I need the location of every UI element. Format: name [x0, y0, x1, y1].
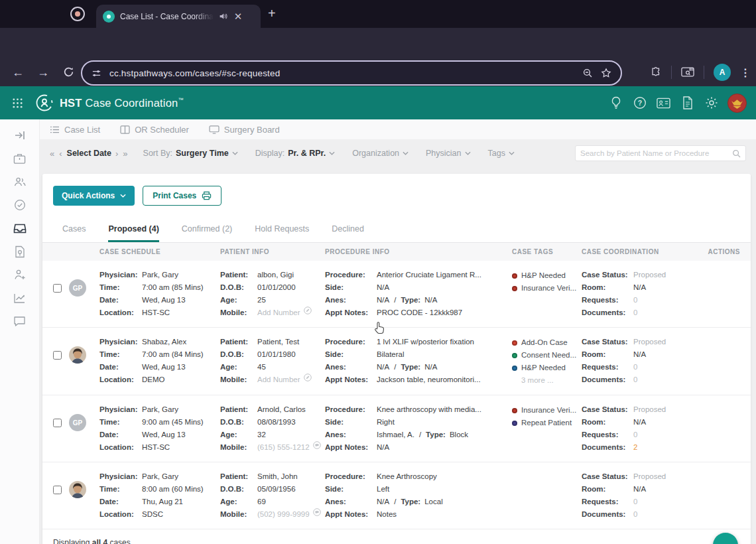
patient-info-cell: Patient:Smith, John D.O.B:05/09/1956 Age…	[220, 470, 325, 521]
table-row[interactable]: GP Physician:Park, Gary Time:9:00 am (45…	[42, 395, 751, 462]
sms-icon[interactable]	[313, 508, 321, 521]
avatar: GP	[69, 279, 86, 297]
case-list-card: Quick Actions Print Cases CasesProposed …	[42, 174, 751, 544]
settings-gear-icon[interactable]	[704, 96, 719, 111]
tag-dot-icon	[512, 421, 517, 426]
row-checkbox[interactable]	[53, 284, 62, 293]
zoom-out-icon[interactable]	[582, 68, 593, 78]
chat-bubble-icon[interactable]	[13, 314, 27, 328]
patient-info-cell: Patient:albon, Gigi D.O.B:01/01/2000 Age…	[220, 269, 325, 319]
tags-more-link[interactable]: 3 more ...	[512, 374, 582, 387]
search-input[interactable]	[580, 149, 732, 157]
case-tag: H&P Needed	[512, 269, 582, 282]
select-date-button[interactable]: Select Date	[67, 149, 111, 158]
row-checkbox[interactable]	[53, 351, 62, 360]
edit-pencil-icon[interactable]	[304, 374, 312, 386]
physician-dropdown[interactable]: Physician	[426, 149, 471, 158]
sidebar-search-icon[interactable]	[681, 66, 694, 78]
help-icon[interactable]: ?	[632, 96, 647, 111]
mobile-value[interactable]: (615) 555-1212	[257, 441, 310, 454]
browser-tab-strip: Case List - Case Coordina ✕ +	[0, 0, 756, 28]
forward-icon[interactable]: →	[34, 64, 52, 81]
tab-close-icon[interactable]: ✕	[234, 11, 243, 23]
tag-dot-icon	[512, 340, 517, 346]
edit-pencil-icon[interactable]	[304, 306, 312, 319]
trend-chart-icon[interactable]	[13, 291, 27, 305]
back-icon[interactable]: ←	[9, 64, 27, 81]
browser-tab[interactable]: Case List - Case Coordina ✕	[96, 5, 261, 28]
mobile-value[interactable]: (502) 999-9999	[257, 508, 310, 521]
apps-grid-icon[interactable]	[12, 98, 23, 109]
nav-case-list[interactable]: Case List	[50, 125, 100, 135]
search-box[interactable]	[575, 145, 746, 161]
user-avatar[interactable]	[727, 94, 747, 113]
procedure-info-cell: Procedure:Knee Arthroscopy Side:Left Ane…	[325, 470, 512, 521]
first-page-icon[interactable]: «	[50, 149, 55, 159]
display-dropdown[interactable]: Display:Pr. & RPr.	[255, 149, 335, 158]
users-icon[interactable]	[13, 175, 27, 188]
nav-surgery-board[interactable]: Surgery Board	[209, 125, 280, 135]
tab-cases[interactable]: Cases	[62, 224, 86, 242]
menu-kebab-icon[interactable]: ⋮	[740, 66, 751, 79]
record-icon[interactable]	[70, 7, 85, 21]
mobile-value[interactable]: Add Number	[257, 306, 300, 319]
patient-info-cell: Patient:Arnold, Carlos D.O.B:08/08/1993 …	[220, 403, 325, 454]
quick-actions-button[interactable]: Quick Actions	[53, 186, 135, 206]
avatar-photo	[69, 346, 86, 364]
svg-text:?: ?	[637, 99, 641, 107]
case-coordination-cell: Case Status:Proposed Room:N/A Requests:0…	[582, 470, 708, 521]
tab-proposed-4[interactable]: Proposed (4)	[108, 224, 158, 242]
case-tags-cell: Add-On CaseConsent Need...H&P Needed3 mo…	[512, 336, 582, 387]
tab-declined[interactable]: Declined	[332, 224, 364, 242]
row-checkbox[interactable]	[53, 486, 62, 494]
inbox-tray-icon[interactable]	[13, 222, 27, 235]
extensions-icon[interactable]	[650, 66, 662, 78]
case-tag: H&P Needed	[512, 362, 582, 374]
collapse-panel-icon[interactable]	[13, 129, 27, 142]
nav-or-scheduler[interactable]: OR Scheduler	[120, 125, 189, 135]
tag-dot-icon	[512, 408, 517, 413]
person-add-icon[interactable]	[13, 268, 27, 281]
left-sidebar	[0, 119, 40, 544]
row-checkbox[interactable]	[53, 419, 62, 427]
chevron-down-icon	[120, 194, 126, 198]
sort-by-dropdown[interactable]: Sort By:Surgery Time	[143, 149, 238, 158]
document-icon[interactable]	[680, 96, 695, 111]
table-row[interactable]: GP Physician:Park, Gary Time:7:00 am (85…	[42, 261, 751, 328]
last-page-icon[interactable]: »	[123, 149, 128, 159]
tags-dropdown[interactable]: Tags	[488, 149, 515, 158]
file-badge-icon[interactable]	[13, 245, 27, 258]
contact-card-icon[interactable]	[656, 96, 671, 111]
table-row[interactable]: Physician:Park, Gary Time:8:00 am (60 Mi…	[42, 462, 751, 529]
table-row[interactable]: Physician:Shabaz, Alex Time:7:00 am (84 …	[42, 328, 751, 395]
check-circle-icon[interactable]	[13, 198, 27, 212]
tab-title: Case List - Case Coordina	[120, 12, 214, 21]
tag-dot-icon	[512, 273, 517, 279]
case-tags-cell: H&P NeededInsurance Veri...	[512, 269, 582, 295]
bookmark-star-icon[interactable]	[601, 68, 611, 78]
case-tag: Insurance Veri...	[512, 282, 582, 295]
browser-profile-avatar[interactable]: A	[714, 64, 731, 81]
lightbulb-icon[interactable]	[608, 96, 623, 111]
case-tag: Insurance Veri...	[512, 404, 582, 417]
prev-page-icon[interactable]: ‹	[59, 149, 62, 159]
reload-icon[interactable]	[60, 64, 77, 78]
case-tags-cell	[512, 470, 582, 471]
site-info-icon[interactable]	[92, 68, 101, 78]
tab-hold-requests[interactable]: Hold Requests	[255, 224, 309, 242]
tag-dot-icon	[512, 353, 517, 358]
new-tab-button[interactable]: +	[268, 6, 276, 21]
next-page-icon[interactable]: ›	[115, 149, 119, 159]
main-area: Case List OR Scheduler Surgery Board « ‹…	[40, 119, 756, 544]
briefcase-icon[interactable]	[13, 152, 27, 165]
result-count: Displaying all 4 cases	[42, 529, 751, 544]
col-header-case-schedule: CASE SCHEDULE	[99, 248, 220, 255]
organization-dropdown[interactable]: Organization	[352, 149, 409, 158]
url-text[interactable]: cc.hstpathways.com/cases/#sc-requested	[109, 68, 574, 78]
sms-icon[interactable]	[313, 441, 321, 454]
case-tag: Repeat Patient	[512, 417, 582, 429]
tab-confirmed-2[interactable]: Confirmed (2)	[182, 224, 232, 242]
url-bar[interactable]: cc.hstpathways.com/cases/#sc-requested	[81, 60, 622, 86]
print-cases-button[interactable]: Print Cases	[143, 186, 221, 206]
mobile-value[interactable]: Add Number	[257, 374, 300, 386]
